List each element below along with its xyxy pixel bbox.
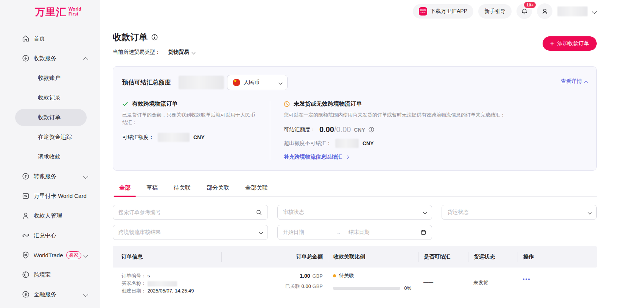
- notifications-button[interactable]: 10+: [516, 3, 532, 19]
- sidebar-item-receive-records[interactable]: 收款记录: [0, 88, 100, 107]
- order-no-label: 订单编号：: [121, 273, 146, 278]
- sidebar-item-label: 收款记录: [38, 94, 61, 101]
- tab-pending-link[interactable]: 待关联: [168, 184, 196, 196]
- chevron-down-icon: [423, 210, 427, 214]
- start-date-placeholder: 开始日期: [283, 229, 333, 236]
- linked-currency: GBP: [313, 283, 323, 289]
- sidebar-item-receive-services[interactable]: 收款服务: [0, 48, 100, 68]
- sidebar-item-kuajingbao[interactable]: 跨境宝: [0, 265, 100, 285]
- total-amount-cell: 1.00GBP 已关联 0.00 GBP: [221, 272, 328, 290]
- sidebar-item-receive-orders[interactable]: 收款订单: [15, 109, 87, 126]
- info-icon[interactable]: [151, 34, 158, 41]
- sidebar-item-receive-accounts[interactable]: 收款账户: [0, 68, 100, 88]
- sidebar-item-funds-tracking[interactable]: 在途资金追踪: [0, 127, 100, 147]
- status-dot-icon: [333, 274, 336, 277]
- supplement-logistics-link[interactable]: 补充跨境物流信息以结汇: [284, 154, 587, 160]
- topbar: WorldFirst 下载万里汇APP 新手引导 10+: [100, 0, 644, 22]
- sidebar-item-financial-services[interactable]: 金融服务: [0, 285, 100, 304]
- sidebar-item-exchange-center[interactable]: 汇兑中心: [0, 226, 100, 245]
- filter-bar: 审核状态 货运状态 跨境物流审核结果 开始日期 → 结束日期: [113, 205, 597, 240]
- view-details-link[interactable]: 查看详情: [561, 78, 587, 85]
- sidebar-item-label: 收款人管理: [34, 212, 62, 219]
- total-amount-currency: GBP: [313, 273, 323, 279]
- total-amount-value: 1.00: [300, 273, 310, 279]
- download-app-button[interactable]: WorldFirst 下载万里汇APP: [413, 4, 473, 19]
- quota-total: /0.00: [334, 125, 351, 134]
- tab-partially-linked[interactable]: 部分关联: [201, 184, 235, 196]
- linked-amount-value: 0.00: [302, 283, 311, 289]
- date-range-arrow-icon: →: [336, 230, 341, 235]
- order-search-input[interactable]: [118, 209, 253, 215]
- created-label: 创建日期：: [121, 288, 146, 294]
- trade-type-select[interactable]: 货物贸易: [168, 49, 195, 56]
- check-icon: [122, 101, 128, 107]
- chevron-down-icon: [259, 230, 263, 234]
- sidebar-item-label: 收款服务: [34, 55, 56, 62]
- chevron-down-icon[interactable]: [84, 173, 87, 180]
- link-status-value: 待关联: [339, 272, 354, 280]
- shipping-status-select[interactable]: 货运状态: [442, 205, 597, 220]
- home-icon: [22, 34, 30, 43]
- exchange-icon: [22, 231, 30, 240]
- order-info-cell: 订单编号： s 买家名称： 创建日期： 2025/05/07, 14:25:49: [113, 272, 221, 295]
- buyer-label: 买家名称：: [121, 280, 146, 286]
- sidebar-item-payee-management[interactable]: 收款人管理: [0, 206, 100, 226]
- add-order-button[interactable]: + 添加收款订单: [543, 36, 597, 51]
- quota-panel-title: 预估可结汇总额度: [122, 79, 171, 87]
- sidebar-item-world-card[interactable]: 万里付卡 World Card: [0, 186, 100, 206]
- beginner-guide-button[interactable]: 新手引导: [478, 4, 512, 19]
- sidebar-item-request-payment[interactable]: 请求收款: [0, 147, 100, 166]
- calendar-icon: [420, 229, 426, 235]
- convertible-quota-panel: 预估可结汇总额度 人民币 查看详情: [113, 66, 597, 171]
- account-button[interactable]: [537, 3, 552, 19]
- review-status-select[interactable]: 审核状态: [277, 205, 432, 220]
- logo-cn-text: 万里汇: [35, 5, 67, 19]
- currency-select[interactable]: 人民币: [227, 75, 288, 90]
- sidebar-item-transfer-services[interactable]: 转账服务: [0, 166, 100, 186]
- sidebar-item-label: 万里付卡 World Card: [34, 193, 87, 200]
- shipping-status-cell: 未发货: [468, 279, 518, 286]
- worldfirst-app-icon: WorldFirst: [419, 7, 427, 16]
- chevron-up-icon[interactable]: [84, 55, 87, 62]
- logo-en-text: WorldFirst: [68, 7, 81, 16]
- link-ratio-value: 0%: [404, 285, 411, 291]
- page-head: 收款订单 当前所选贸易类型： 货物贸易 + 添加收款订单: [113, 31, 597, 56]
- chevron-up-icon: [584, 81, 588, 84]
- china-flag-icon: [233, 79, 240, 86]
- date-range-picker[interactable]: 开始日期 → 结束日期: [277, 225, 432, 240]
- valid-orders-desc: 已发货订单的金额，只要关联到收款账单后就可以用于人民币结汇：: [122, 111, 259, 126]
- sidebar-item-label: 首页: [34, 35, 45, 42]
- account-chevron[interactable]: [593, 8, 596, 15]
- sidebar-item-home[interactable]: 首页: [0, 29, 100, 48]
- chevron-down-icon[interactable]: [84, 252, 87, 258]
- end-date-placeholder: 结束日期: [348, 229, 370, 236]
- sidebar-item-label: 收款账户: [38, 75, 61, 82]
- chevron-right-icon: [345, 155, 349, 159]
- worldfirst-logo[interactable]: 万里汇 WorldFirst: [0, 5, 100, 19]
- buyer-name-masked: [148, 281, 177, 286]
- tab-fully-linked[interactable]: 全部关联: [240, 184, 273, 196]
- exceed-label: 超出额度不可结汇：: [284, 140, 331, 147]
- info-icon[interactable]: [368, 126, 375, 133]
- order-no-value: s: [148, 273, 150, 278]
- more-actions-icon[interactable]: [523, 278, 597, 280]
- tab-draft[interactable]: 草稿: [141, 184, 163, 196]
- shipping-status-placeholder: 货运状态: [447, 209, 468, 216]
- finance-icon: [22, 290, 30, 299]
- quota-currency: CNY: [354, 127, 365, 133]
- sidebar-item-label: 跨境宝: [34, 271, 51, 278]
- link-progress-bar: [333, 287, 400, 290]
- sidebar-item-label: 金融服务: [34, 291, 56, 298]
- col-header-order-info: 订单信息: [113, 246, 221, 268]
- sidebar-item-worldtrade[interactable]: WorldTrade 卖家: [0, 245, 100, 265]
- sidebar-item-label: 收款订单: [38, 114, 61, 121]
- search-icon[interactable]: [256, 209, 262, 216]
- tab-all[interactable]: 全部: [114, 184, 136, 196]
- order-search-box: [113, 205, 268, 220]
- logistics-review-select[interactable]: 跨境物流审核结果: [113, 225, 268, 240]
- sidebar-item-label: 转账服务: [34, 173, 56, 180]
- chevron-down-icon[interactable]: [84, 291, 87, 298]
- shield-trade-icon: [22, 251, 30, 259]
- plus-icon: +: [550, 40, 554, 47]
- quota-label: 可结汇额度：: [122, 134, 154, 141]
